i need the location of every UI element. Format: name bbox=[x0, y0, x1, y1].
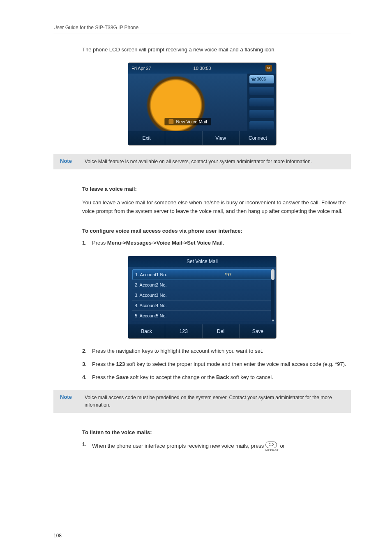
account5-row[interactable]: 5. Account5 No. bbox=[132, 311, 272, 321]
banner-text: New Voice Mail bbox=[176, 119, 207, 124]
step-2: 2. Press the navigation keys to highligh… bbox=[82, 347, 351, 355]
page-number: 108 bbox=[53, 533, 62, 539]
lcd-time: 10:30:53 bbox=[194, 66, 211, 71]
softkey-input-mode[interactable]: 123 bbox=[165, 324, 202, 338]
line-key-empty[interactable] bbox=[249, 110, 274, 118]
line-key-empty[interactable] bbox=[249, 121, 274, 130]
heading-listen: To listen to the voice mails: bbox=[82, 429, 351, 435]
softkey-back[interactable]: Back bbox=[128, 324, 165, 338]
scrollbar[interactable] bbox=[271, 269, 274, 321]
message-key-icon: MESSAGE bbox=[265, 440, 279, 452]
note-text: Voice mail access code must be predefine… bbox=[85, 394, 344, 409]
line-key-empty[interactable] bbox=[249, 98, 274, 106]
softkey-view[interactable]: View bbox=[203, 131, 240, 145]
softkey-del[interactable]: Del bbox=[203, 324, 240, 338]
softkey-save[interactable]: Save bbox=[240, 324, 276, 338]
phone-screenshot-voicemail-notification: Fri Apr 27 10:30:53 ✉ New Voice Mail ☎ 3… bbox=[128, 62, 277, 146]
softkey-blank bbox=[165, 131, 202, 145]
scrollbar-thumb[interactable] bbox=[271, 269, 274, 280]
intro-paragraph: The phone LCD screen will prompt receivi… bbox=[82, 46, 351, 54]
account1-row[interactable]: 1. Account1 No. *97 bbox=[132, 269, 272, 280]
heading-configure: To configure voice mail access codes via… bbox=[82, 228, 351, 234]
line-key-empty[interactable] bbox=[249, 87, 274, 95]
page-header: User Guide for the SIP-T38G IP Phone bbox=[53, 25, 351, 33]
lcd-wallpaper: New Voice Mail bbox=[128, 74, 247, 131]
voicemail-status-icon: ✉ bbox=[265, 65, 272, 72]
softkey-connect[interactable]: Connect bbox=[240, 131, 276, 145]
note-text: Voice Mail feature is not available on a… bbox=[85, 158, 312, 165]
voicemail-icon bbox=[168, 119, 173, 124]
line-key-account[interactable]: ☎ 3606 bbox=[249, 75, 274, 83]
line-key-sidebar: ☎ 3606 bbox=[247, 74, 276, 131]
note-box-availability: Note Voice Mail feature is not available… bbox=[53, 154, 351, 169]
account4-row[interactable]: 4. Account4 No. bbox=[132, 301, 272, 311]
phone-screenshot-set-voicemail: Set Voice Mail 1. Account1 No. *97 2. Ac… bbox=[128, 256, 277, 339]
account2-row[interactable]: 2. Account2 No. bbox=[132, 280, 272, 290]
leave-paragraph: You can leave a voice mail for someone e… bbox=[82, 199, 351, 216]
step-1: 1. Press Menu->Messages->Voice Mail->Set… bbox=[82, 239, 351, 247]
screen-title: Set Voice Mail bbox=[128, 256, 276, 267]
note-box-access-code: Note Voice mail access code must be pred… bbox=[53, 390, 351, 413]
note-label: Note bbox=[60, 158, 85, 165]
note-label: Note bbox=[60, 394, 85, 409]
account-list: 1. Account1 No. *97 2. Account2 No. 3. A… bbox=[128, 267, 276, 324]
account3-row[interactable]: 3. Account3 No. bbox=[132, 290, 272, 301]
new-voicemail-banner: New Voice Mail bbox=[164, 118, 211, 125]
scroll-down-arrow[interactable]: ▼ bbox=[271, 319, 275, 323]
step-4: 4. Press the Save soft key to accept the… bbox=[82, 373, 351, 382]
softkey-exit[interactable]: Exit bbox=[128, 131, 165, 145]
step-3: 3. Press the 123 soft key to select the … bbox=[82, 360, 351, 368]
listen-step-1: 1. When the phone user interface prompts… bbox=[82, 440, 351, 452]
heading-leave-voicemail: To leave a voice mail: bbox=[82, 186, 351, 192]
